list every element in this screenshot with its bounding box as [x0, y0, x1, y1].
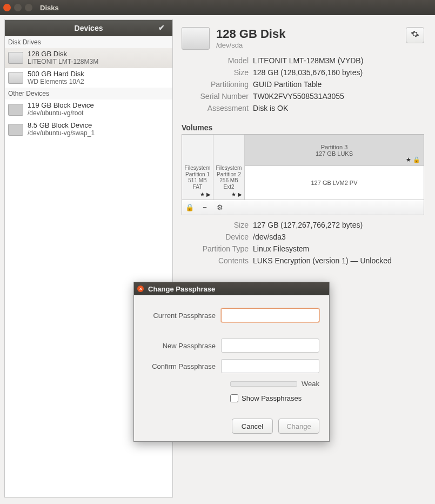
value-model: LITEONIT LMT-128M3M (VYDB): [253, 56, 363, 65]
star-play-icon: ★ ▶: [200, 191, 211, 197]
partition-2[interactable]: Filesystem Partition 2 256 MB Ext2 ★ ▶: [213, 135, 245, 200]
window-maximize-button[interactable]: [25, 4, 32, 11]
check-icon[interactable]: ✔: [158, 23, 168, 33]
hdd-icon: [8, 52, 23, 64]
change-passphrase-dialog: ✕ Change Passphrase Current Passphrase N…: [133, 282, 330, 442]
block-device-icon: [8, 104, 23, 116]
dialog-close-button[interactable]: ✕: [137, 286, 144, 292]
lvm-label: 127 GB LVM2 PV: [311, 180, 357, 186]
hdd-icon: [8, 72, 23, 84]
window-close-button[interactable]: [3, 4, 11, 11]
new-passphrase-label: New Passphrase: [144, 342, 216, 350]
device-item-119gb-block[interactable]: 119 GB Block Device /dev/ubuntu-vg/root: [5, 100, 172, 120]
device-title: 500 GB Hard Disk: [28, 70, 84, 78]
current-passphrase-input[interactable]: [221, 308, 319, 322]
device-sub: /dev/ubuntu-vg/root: [28, 110, 94, 117]
value-pdevice: /dev/sda3: [253, 233, 286, 241]
label-pcontents: Contents: [182, 256, 253, 265]
value-size: 128 GB (128,035,676,160 bytes): [253, 68, 363, 77]
partition-3[interactable]: Partition 3 127 GB LUKS ★ 🔒: [245, 135, 424, 166]
window-minimize-button[interactable]: [14, 4, 22, 11]
value-pcontents: LUKS Encryption (version 1) — Unlocked: [253, 256, 392, 265]
label-size: Size: [182, 68, 253, 77]
label-model: Model: [182, 56, 253, 65]
new-passphrase-input[interactable]: [221, 339, 319, 353]
star-lock-icon: ★ 🔒: [406, 156, 420, 163]
device-title: 119 GB Block Device: [28, 102, 94, 110]
window-titlebar: Disks: [0, 0, 435, 15]
window-title: Disks: [40, 4, 59, 12]
minus-icon[interactable]: −: [200, 203, 209, 212]
value-psize: 127 GB (127,267,766,272 bytes): [253, 221, 363, 229]
value-serial: TW0K2FVY5508531A3055: [253, 92, 344, 101]
value-ptype: Linux Filesystem: [253, 244, 309, 253]
disk-menu-button[interactable]: [406, 27, 424, 43]
disk-info: ModelLITEONIT LMT-128M3M (VYDB) Size128 …: [182, 56, 424, 116]
partition-info: Size127 GB (127,267,766,272 bytes) Devic…: [182, 221, 424, 268]
strength-row: Weak: [230, 380, 319, 388]
dialog-title: Change Passphrase: [148, 285, 215, 293]
device-sub: /dev/ubuntu-vg/swap_1: [28, 130, 95, 137]
current-passphrase-label: Current Passphrase: [144, 311, 216, 320]
device-sub: LITEONIT LMT-128M3M: [28, 58, 98, 66]
device-sub: WD Elements 10A2: [28, 78, 84, 86]
section-other-devices: Other Devices: [5, 88, 172, 100]
volumes-toolbar: 🔒 − ⚙: [182, 200, 424, 215]
lvm-pv[interactable]: 127 GB LVM2 PV: [245, 166, 424, 200]
disk-path: /dev/sda: [216, 41, 285, 49]
gear-icon: [411, 30, 419, 41]
lock-icon[interactable]: 🔒: [185, 203, 194, 212]
confirm-passphrase-input[interactable]: [221, 359, 319, 373]
label-pdevice: Device: [182, 233, 253, 241]
volumes-header: Volumes: [182, 123, 424, 132]
label-serial: Serial Number: [182, 92, 253, 101]
device-item-500gb-hard-disk[interactable]: 500 GB Hard Disk WD Elements 10A2: [5, 68, 172, 88]
strength-label: Weak: [302, 380, 319, 388]
star-play-icon: ★ ▶: [231, 191, 242, 197]
dialog-titlebar: ✕ Change Passphrase: [134, 282, 329, 295]
show-passphrases-checkbox[interactable]: [230, 394, 238, 402]
volumes-diagram: Filesystem Partition 1 511 MB FAT ★ ▶ Fi…: [182, 134, 424, 215]
device-title: 128 GB Disk: [28, 50, 98, 58]
device-title: 8.5 GB Block Device: [28, 122, 95, 130]
cancel-button[interactable]: Cancel: [232, 419, 273, 434]
disk-icon: [182, 27, 210, 50]
label-psize: Size: [182, 221, 253, 229]
partition-3-sub: 127 GB LUKS: [316, 150, 353, 157]
confirm-passphrase-label: Confirm Passphrase: [144, 362, 216, 370]
section-disk-drives: Disk Drives: [5, 36, 172, 48]
sidebar-header: Devices ✔: [5, 20, 172, 36]
label-assessment: Assessment: [182, 104, 253, 112]
partition-1[interactable]: Filesystem Partition 1 511 MB FAT ★ ▶: [182, 135, 213, 200]
show-passphrases-label: Show Passphrases: [242, 394, 302, 402]
partition-3-title: Partition 3: [321, 144, 348, 150]
disk-title: 128 GB Disk: [216, 27, 285, 41]
label-partitioning: Partitioning: [182, 80, 253, 89]
value-partitioning: GUID Partition Table: [253, 80, 322, 89]
device-item-8-5gb-block[interactable]: 8.5 GB Block Device /dev/ubuntu-vg/swap_…: [5, 120, 172, 140]
change-button[interactable]: Change: [278, 419, 319, 434]
value-assessment: Disk is OK: [253, 104, 288, 112]
label-ptype: Partition Type: [182, 244, 253, 253]
gears-icon[interactable]: ⚙: [216, 203, 224, 212]
sidebar-title: Devices: [75, 24, 103, 32]
device-item-128gb-disk[interactable]: 128 GB Disk LITEONIT LMT-128M3M: [5, 48, 172, 68]
block-device-icon: [8, 124, 23, 136]
strength-meter: [230, 381, 297, 387]
